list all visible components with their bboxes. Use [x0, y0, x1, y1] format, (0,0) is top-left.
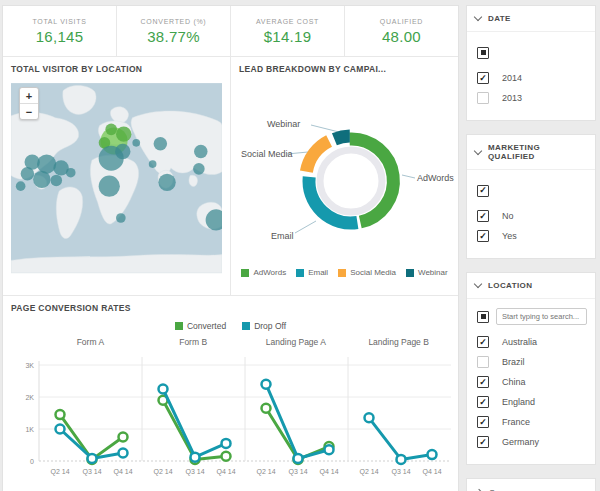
option-label: Yes — [502, 231, 517, 241]
date-filter-card: DATE 2014 2013 — [466, 5, 596, 121]
marketing-qualified-filter-card: MARKETING QUALIFIED No Yes — [466, 134, 596, 259]
legend-swatch-webinar — [406, 269, 414, 277]
filter-option-brazil[interactable]: Brazil — [475, 352, 587, 372]
filter-option-2013[interactable]: 2013 — [475, 88, 587, 108]
date-select-all-checkbox[interactable] — [477, 47, 489, 59]
checkbox-france[interactable] — [477, 416, 489, 428]
filter-option-australia[interactable]: Australia — [475, 332, 587, 352]
legend-swatch-converted — [175, 322, 183, 330]
donut-chart[interactable]: Webinar Social Media AdWords Email AdWor… — [239, 79, 450, 277]
chevron-down-icon — [474, 146, 482, 154]
svg-text:Q2 14: Q2 14 — [256, 468, 275, 476]
svg-text:Q4 14: Q4 14 — [216, 468, 235, 476]
svg-text:0: 0 — [30, 458, 34, 465]
chart-panel-titles: Form A Form B Landing Page A Landing Pag… — [39, 337, 450, 347]
conversion-line-charts[interactable]: 01K2K3KQ2 14Q3 14Q4 14Q2 14Q3 14Q4 14Q2 … — [11, 349, 451, 479]
kpi-value: 16,145 — [36, 28, 84, 45]
filter-option-yes[interactable]: Yes — [475, 226, 587, 246]
date-filter-header[interactable]: DATE — [467, 6, 595, 32]
svg-text:Q3 14: Q3 14 — [185, 468, 204, 476]
kpi-value: 38.77% — [147, 28, 200, 45]
page-conversion-section: PAGE CONVERSION RATES Converted Drop Off… — [3, 296, 458, 483]
checkbox-china[interactable] — [477, 376, 489, 388]
donut-legend: AdWords Email Social Media Webinar — [239, 268, 450, 277]
date-filter-body: 2014 2013 — [467, 32, 595, 120]
option-label: 2013 — [502, 93, 522, 103]
option-label: 2014 — [502, 73, 522, 83]
svg-text:Q2 14: Q2 14 — [153, 468, 172, 476]
map-zoom-control: + − — [19, 87, 39, 120]
marketing-qualified-header[interactable]: MARKETING QUALIFIED — [467, 135, 595, 170]
checkbox-germany[interactable] — [477, 436, 489, 448]
panel-title-landing-page-b: Landing Page B — [347, 337, 450, 347]
kpi-label: TOTAL VISITS — [32, 18, 86, 25]
kpi-value: 48.00 — [382, 28, 421, 45]
chevron-down-icon — [474, 13, 482, 21]
kpi-label: QUALIFIED — [380, 18, 423, 25]
svg-text:2K: 2K — [25, 394, 34, 401]
svg-text:1K: 1K — [25, 426, 34, 433]
location-filter-title: LOCATION — [488, 281, 532, 290]
legend-item-webinar: Webinar — [406, 268, 448, 277]
world-map-svg — [11, 79, 222, 277]
filter-sidebar: DATE 2014 2013 MARKETING QUALIFIED No — [466, 5, 596, 491]
filter-option-china[interactable]: China — [475, 372, 587, 392]
checkbox-yes[interactable] — [477, 230, 489, 242]
filter-option-england[interactable]: England — [475, 392, 587, 412]
location-filter-card: LOCATION Australia Brazil China England — [466, 272, 596, 465]
checkbox-brazil[interactable] — [477, 356, 489, 368]
dashboard-main: TOTAL VISITS 16,145 CONVERTED (%) 38.77%… — [2, 5, 459, 491]
filter-option-no[interactable]: No — [475, 206, 587, 226]
kpi-qualified: QUALIFIED 48.00 — [345, 6, 458, 56]
legend-swatch-social-media — [338, 269, 346, 277]
option-label: France — [502, 417, 530, 427]
legend-label: Email — [308, 268, 328, 277]
kpi-average-cost: AVERAGE COST $14.19 — [231, 6, 345, 56]
donut-callout-webinar: Webinar — [267, 119, 300, 129]
source-filter-card: Source Social Media — [466, 478, 596, 491]
filter-option-france[interactable]: France — [475, 412, 587, 432]
world-map[interactable]: + − — [11, 79, 222, 277]
option-label: England — [502, 397, 535, 407]
option-label: No — [502, 211, 514, 221]
checkbox-2014[interactable] — [477, 72, 489, 84]
mq-select-all-checkbox[interactable] — [477, 185, 489, 197]
location-filter-body: Australia Brazil China England France Ge… — [467, 299, 595, 464]
legend-label: Webinar — [418, 268, 448, 277]
checkbox-england[interactable] — [477, 396, 489, 408]
middle-row: TOTAL VISITOR BY LOCATION — [3, 57, 458, 296]
donut-panel-title: LEAD BREAKDOWN BY CAMPAI... — [239, 64, 450, 74]
legend-swatch-email — [296, 269, 304, 277]
filter-option-germany[interactable]: Germany — [475, 432, 587, 452]
location-filter-header[interactable]: LOCATION — [467, 273, 595, 299]
location-select-all-checkbox[interactable] — [477, 311, 489, 323]
filter-option-2014[interactable]: 2014 — [475, 68, 587, 88]
legend-label: Converted — [187, 321, 226, 331]
panel-title-landing-page-a: Landing Page A — [245, 337, 348, 347]
option-label: Brazil — [502, 357, 525, 367]
source-header[interactable]: Source — [467, 479, 595, 491]
svg-text:Q4 14: Q4 14 — [422, 468, 441, 476]
checkbox-australia[interactable] — [477, 336, 489, 348]
visitor-map-panel: TOTAL VISITOR BY LOCATION — [3, 57, 231, 295]
lead-breakdown-panel: LEAD BREAKDOWN BY CAMPAI... Webinar Soci… — [231, 57, 458, 295]
option-label: China — [502, 377, 526, 387]
map-zoom-in-button[interactable]: + — [20, 88, 38, 104]
map-panel-title: TOTAL VISITOR BY LOCATION — [11, 64, 222, 74]
legend-label: AdWords — [253, 268, 286, 277]
map-zoom-out-button[interactable]: − — [20, 104, 38, 119]
kpi-label: CONVERTED (%) — [141, 18, 207, 25]
marketing-qualified-title: MARKETING QUALIFIED — [488, 143, 587, 161]
kpi-total-visits: TOTAL VISITS 16,145 — [3, 6, 117, 56]
svg-text:Q3 14: Q3 14 — [82, 468, 101, 476]
panel-title-form-a: Form A — [39, 337, 142, 347]
legend-item-converted: Converted — [175, 321, 226, 331]
kpi-row: TOTAL VISITS 16,145 CONVERTED (%) 38.77%… — [3, 6, 458, 57]
checkbox-2013[interactable] — [477, 92, 489, 104]
date-filter-title: DATE — [488, 14, 511, 23]
checkbox-no[interactable] — [477, 210, 489, 222]
svg-text:3K: 3K — [25, 362, 34, 369]
location-search-input[interactable] — [496, 308, 587, 325]
legend-item-adwords: AdWords — [241, 268, 286, 277]
kpi-converted-pct: CONVERTED (%) 38.77% — [117, 6, 231, 56]
